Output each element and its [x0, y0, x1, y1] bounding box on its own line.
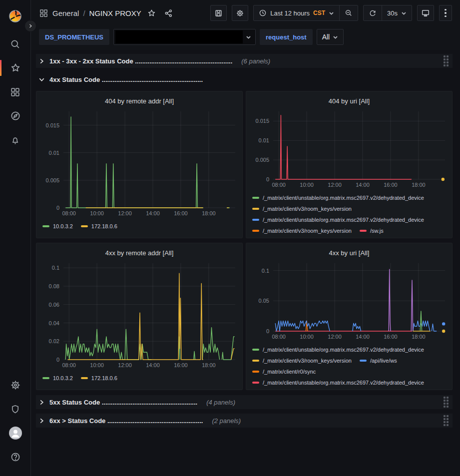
panel-legend: 10.0.3.2172.18.0.6 [40, 373, 238, 384]
sidebar-item-server-admin[interactable] [5, 399, 25, 419]
dashboard-title[interactable]: NGINX PROXY [89, 9, 141, 17]
legend-item[interactable]: /_matrix/client/v3/room_keys/version [252, 203, 352, 214]
legend-item[interactable]: /_matrix/client/unstable/org.matrix.msc2… [252, 214, 424, 225]
variable-value-request-host: All [322, 33, 330, 41]
refresh-interval-picker[interactable]: 30s [382, 5, 412, 20]
panel-title[interactable]: 4xx by uri [All] [250, 246, 448, 259]
svg-text:0: 0 [266, 328, 269, 334]
svg-text:08:00: 08:00 [272, 182, 286, 188]
timeseries-plot[interactable]: 08:0010:0012:0014:0016:0018:0000.050.1 [250, 259, 449, 341]
sidebar-item-profile[interactable] [5, 423, 25, 443]
sidebar-item-alerting[interactable] [5, 130, 25, 150]
refresh-button[interactable] [364, 5, 382, 20]
grafana-app: General / NGINX PROXY [0, 0, 460, 476]
sidebar-item-search[interactable] [5, 34, 25, 54]
gear-icon [236, 9, 244, 17]
timeseries-plot[interactable]: 08:0010:0012:0014:0016:0018:0000.020.040… [40, 259, 239, 370]
legend-item[interactable]: /sw.js [360, 225, 384, 235]
panel-grid: 404 by remote addr [All] 08:0010:0012:00… [36, 91, 453, 390]
svg-text:18:00: 18:00 [202, 210, 216, 216]
panel-4xx-by-remote-addr: 4xx by remote addr [All] 08:0010:0012:00… [36, 243, 243, 390]
sidebar-expand-button[interactable] [24, 20, 36, 32]
svg-text:18:00: 18:00 [412, 182, 426, 188]
variable-select-ds-prometheus[interactable] [113, 29, 256, 45]
legend-item[interactable]: /_matrix/client/v3/room_keys/version [252, 355, 352, 366]
svg-text:0: 0 [266, 176, 269, 182]
zoom-out-time-button[interactable] [339, 5, 358, 20]
zoom-out-icon [345, 9, 353, 17]
timeseries-plot[interactable]: 08:0010:0012:0014:0016:0018:0000.0050.01… [40, 107, 239, 218]
legend-swatch [360, 360, 367, 362]
svg-text:14:00: 14:00 [146, 362, 160, 368]
row-title: 5xx Status Code ........................… [49, 399, 197, 406]
svg-text:10:00: 10:00 [90, 362, 104, 368]
panel-title[interactable]: 404 by remote addr [All] [40, 94, 238, 107]
row-header-4xx[interactable]: 4xx Status Code ........................… [36, 72, 453, 86]
legend-item[interactable]: 172.18.0.6 [81, 373, 117, 384]
legend-label: /_matrix/client/unstable/org.matrix.msc2… [263, 347, 424, 353]
legend-label: /_matrix/client/v3/room_keys/version [263, 206, 352, 212]
variable-label-ds-prometheus[interactable]: DS_PROMETHEUS [39, 29, 109, 45]
svg-text:16:00: 16:00 [384, 182, 398, 188]
grafana-logo[interactable] [5, 6, 25, 26]
legend-item[interactable]: /api/live/ws [360, 355, 397, 366]
svg-text:0.01: 0.01 [259, 137, 269, 143]
chevron-right-icon [28, 23, 33, 28]
breadcrumb-section[interactable]: General [52, 9, 79, 17]
legend-swatch [42, 225, 49, 227]
kiosk-mode-button[interactable] [417, 5, 434, 21]
legend-item[interactable]: /_matrix/client/r0/sync [252, 366, 316, 377]
panel-title[interactable]: 4xx by remote addr [All] [40, 246, 238, 259]
more-options-button[interactable] [439, 5, 452, 21]
time-range-picker[interactable]: Last 12 hours CST [254, 5, 339, 20]
svg-text:0.1: 0.1 [262, 268, 269, 274]
sidebar-item-explore[interactable] [5, 106, 25, 126]
svg-text:10:00: 10:00 [300, 334, 314, 340]
legend-label: /sw.js [370, 228, 384, 234]
sidebar-item-configuration[interactable] [5, 375, 25, 395]
legend-item[interactable]: /_matrix/client/unstable/org.matrix.msc2… [252, 192, 424, 203]
chevron-down-icon [38, 76, 45, 83]
variable-select-request-host[interactable]: All [317, 29, 344, 45]
sidebar [0, 0, 31, 476]
kebab-icon [445, 9, 447, 17]
legend-item[interactable]: 10.0.3.2 [42, 221, 73, 232]
refresh-interval-label: 30s [387, 9, 398, 17]
legend-swatch [252, 197, 259, 199]
refresh-group: 30s [363, 5, 412, 21]
sidebar-item-starred[interactable] [5, 58, 25, 78]
share-button[interactable] [162, 6, 175, 19]
save-dashboard-button[interactable] [210, 5, 227, 21]
panel-title[interactable]: 404 by uri [All] [250, 94, 448, 107]
time-range-label: Last 12 hours [270, 9, 310, 17]
sidebar-item-help[interactable] [5, 447, 25, 467]
legend-item[interactable]: /_matrix/client/v3/room_keys/version [252, 225, 352, 235]
row-header-6xx[interactable]: 6xx > Status Code ......................… [36, 414, 453, 428]
gear-icon [10, 380, 21, 391]
svg-text:0: 0 [56, 357, 59, 363]
timeseries-plot[interactable]: 08:0010:0012:0014:0016:0018:0000.0050.01… [250, 107, 449, 189]
legend-label: /_matrix/client/v3/room_keys/version [263, 358, 352, 364]
row-header-5xx[interactable]: 5xx Status Code ........................… [36, 395, 453, 409]
variable-label-request-host[interactable]: request_host [260, 29, 313, 45]
row-header-1xx-3xx-2xx[interactable]: 1xx - 3xx - 2xx Status Code ............… [36, 54, 453, 68]
favorite-star-button[interactable] [145, 6, 158, 19]
svg-text:12:00: 12:00 [328, 182, 342, 188]
legend-item[interactable]: /_matrix/client/unstable/org.matrix.msc2… [252, 344, 424, 355]
dashboard-settings-button[interactable] [232, 5, 248, 21]
row-drag-handle[interactable] [444, 415, 449, 426]
panel-legend: /_matrix/client/unstable/org.matrix.msc2… [250, 344, 448, 387]
legend-item[interactable]: 10.0.3.2 [42, 373, 73, 384]
legend-label: /_matrix/client/v3/room_keys/version [263, 228, 352, 234]
main-area: General / NGINX PROXY [31, 0, 460, 476]
legend-swatch [252, 349, 259, 351]
timezone-label: CST [313, 9, 325, 16]
svg-text:08:00: 08:00 [272, 334, 286, 340]
row-drag-handle[interactable] [444, 397, 449, 408]
row-drag-handle[interactable] [444, 55, 449, 66]
sidebar-item-dashboards[interactable] [5, 82, 25, 102]
legend-item[interactable]: 172.18.0.6 [81, 221, 117, 232]
legend-item[interactable]: /_matrix/client/unstable/org.matrix.msc2… [252, 377, 424, 387]
svg-text:16:00: 16:00 [384, 334, 398, 340]
svg-text:14:00: 14:00 [356, 334, 370, 340]
